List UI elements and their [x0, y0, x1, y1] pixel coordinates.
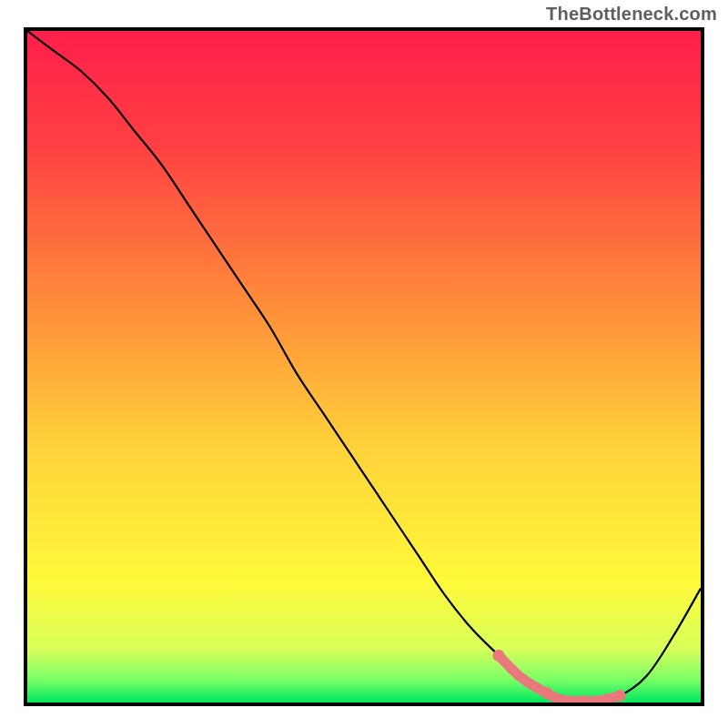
- highlight-dot: [541, 687, 553, 699]
- curve-overlay: [27, 31, 701, 703]
- bottleneck-curve: [27, 31, 701, 702]
- chart-frame: TheBottleneck.com: [0, 0, 728, 728]
- highlight-dot: [614, 690, 626, 702]
- highlight-dot: [493, 650, 505, 662]
- plot-area: [24, 27, 704, 706]
- watermark-text: TheBottleneck.com: [546, 4, 717, 25]
- highlight-segment: [499, 655, 620, 701]
